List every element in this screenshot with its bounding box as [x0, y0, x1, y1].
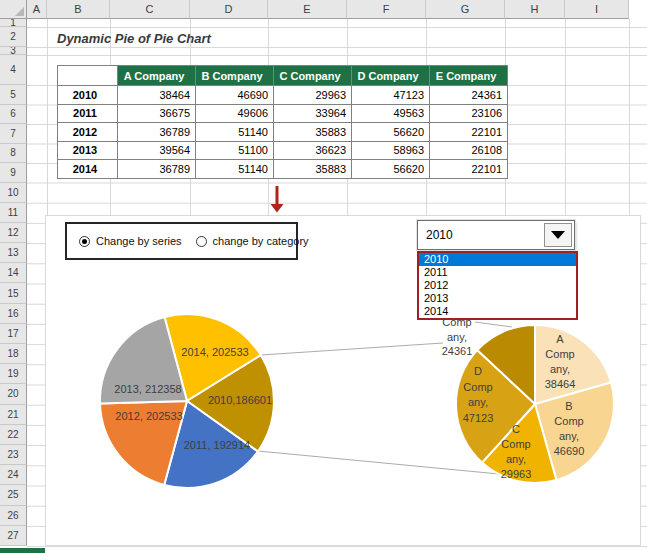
pie-data-label: 24361: [442, 345, 473, 357]
pie-data-label: 2013, 212358: [114, 383, 181, 395]
dropdown-arrow-button[interactable]: [544, 223, 572, 247]
dropdown-option-2010[interactable]: 2010: [419, 253, 576, 266]
series-connector-line: [258, 451, 499, 474]
dropdown-arrow-icon: [551, 231, 565, 239]
series-connector-line: [475, 322, 512, 327]
pie-data-label: any,: [559, 430, 579, 442]
series-connector-line: [261, 343, 443, 355]
pie-data-label: 46690: [554, 445, 585, 457]
pie-data-label: any,: [447, 331, 467, 343]
pie-data-label: Comp: [501, 438, 530, 450]
radio-category-label: change by category: [213, 235, 309, 247]
radio-series-label: Change by series: [96, 235, 182, 247]
dropdown-option-2012[interactable]: 2012: [419, 279, 576, 292]
dropdown-option-2013[interactable]: 2013: [419, 292, 576, 305]
pie-data-label: any,: [468, 396, 488, 408]
dropdown-option-2011[interactable]: 2011: [419, 266, 576, 279]
down-arrow-icon: [271, 204, 284, 213]
dropdown-value: 2010: [426, 221, 453, 249]
pie-data-label: Comp: [545, 348, 574, 360]
pie-data-label: any,: [550, 363, 570, 375]
pie-data-label: 2012, 202533: [115, 410, 182, 422]
year-dropdown[interactable]: 2010: [417, 220, 575, 250]
radio-group: Change by series change by category: [65, 222, 298, 260]
pie-data-label: 2014, 202533: [181, 346, 248, 358]
pie-data-label: Comp: [463, 381, 492, 393]
pie-data-label: 2010,186601: [208, 394, 272, 406]
pie-data-label: 47123: [463, 412, 494, 424]
pie-data-label: 38464: [545, 378, 576, 390]
pie-data-label: 2011, 192914: [184, 439, 250, 451]
radio-change-by-series[interactable]: [79, 236, 90, 247]
year-dropdown-list: 20102011201220132014: [417, 251, 578, 320]
pie-data-label: Comp: [554, 415, 583, 427]
radio-change-by-category[interactable]: [196, 236, 207, 247]
pie-data-label: C: [512, 423, 520, 435]
pie-data-label: B: [565, 400, 572, 412]
pie-data-label: any,: [506, 453, 526, 465]
pie-data-label: A: [556, 333, 564, 345]
spreadsheet: ABCDEFGHI 123456789101112131415161718192…: [0, 0, 647, 553]
dropdown-option-2014[interactable]: 2014: [419, 305, 576, 318]
pie-data-label: D: [474, 365, 482, 377]
pie-data-label: 29963: [501, 468, 532, 480]
